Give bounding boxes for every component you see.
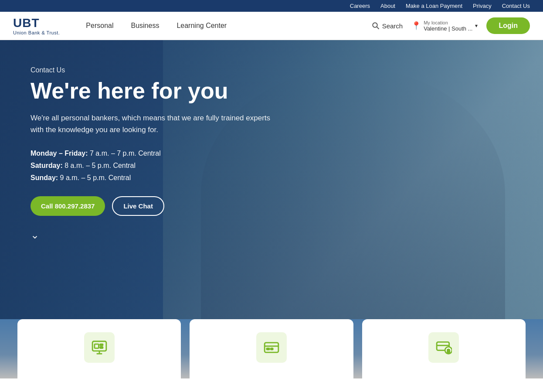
hero-hours: Monday – Friday: 7 a.m. – 7 p.m. Central… bbox=[31, 148, 275, 183]
about-link[interactable]: About bbox=[380, 3, 395, 9]
card-card-services[interactable] bbox=[190, 319, 353, 378]
svg-rect-8 bbox=[265, 343, 278, 352]
card-icon-wrap-1 bbox=[84, 332, 115, 363]
hero-subtitle: We're all personal bankers, which means … bbox=[31, 112, 275, 136]
hero-title: We're here for you bbox=[31, 78, 275, 103]
logo[interactable]: UBT Union Bank & Trust. bbox=[13, 16, 60, 35]
location-pin-icon: 📍 bbox=[411, 21, 421, 31]
svg-rect-11 bbox=[271, 348, 273, 350]
location-text: My location Valentine | South ... bbox=[424, 20, 472, 32]
monitor-icon bbox=[91, 339, 108, 356]
privacy-link[interactable]: Privacy bbox=[473, 3, 492, 9]
nav-business[interactable]: Business bbox=[131, 18, 159, 33]
contact-us-topbar-link[interactable]: Contact Us bbox=[502, 3, 530, 9]
hours-saturday: Saturday: 8 a.m. – 5 p.m. Central bbox=[31, 160, 275, 171]
location-value: Valentine | South ... bbox=[424, 25, 472, 32]
main-nav: UBT Union Bank & Trust. Personal Busines… bbox=[0, 12, 543, 40]
search-area[interactable]: Search bbox=[372, 22, 403, 30]
svg-rect-10 bbox=[267, 348, 269, 350]
card-online-banking[interactable] bbox=[17, 319, 181, 378]
card-icon-wrap-3: $ bbox=[428, 332, 459, 363]
scroll-down-chevron[interactable]: ⌄ bbox=[31, 229, 275, 241]
chevron-down-icon: ▾ bbox=[475, 23, 478, 29]
credit-card-icon bbox=[263, 339, 280, 356]
hero-buttons: Call 800.297.2837 Live Chat bbox=[31, 196, 275, 216]
hours-sunday: Sunday: 9 a.m. – 5 p.m. Central bbox=[31, 173, 275, 183]
card-icon-wrap-2 bbox=[256, 332, 287, 363]
logo-ubt: UBT bbox=[13, 16, 60, 30]
nav-right: Search 📍 My location Valentine | South .… bbox=[372, 17, 530, 34]
nav-learning-center[interactable]: Learning Center bbox=[176, 18, 227, 33]
hero-section: Contact Us We're here for you We're all … bbox=[0, 40, 543, 319]
location-area[interactable]: 📍 My location Valentine | South ... ▾ bbox=[411, 20, 478, 32]
svg-text:$: $ bbox=[447, 348, 450, 354]
nav-personal[interactable]: Personal bbox=[86, 18, 113, 33]
live-chat-button[interactable]: Live Chat bbox=[112, 196, 164, 216]
hero-breadcrumb: Contact Us bbox=[31, 66, 275, 74]
payment-icon: $ bbox=[435, 339, 452, 356]
top-bar: Careers About Make a Loan Payment Privac… bbox=[0, 0, 543, 12]
hero-content: Contact Us We're here for you We're all … bbox=[31, 66, 275, 241]
svg-rect-7 bbox=[100, 347, 102, 348]
cards-section: $ bbox=[0, 319, 543, 378]
svg-line-1 bbox=[377, 27, 379, 29]
nav-links: Personal Business Learning Center bbox=[86, 18, 371, 33]
logo-sub: Union Bank & Trust. bbox=[13, 30, 60, 35]
svg-rect-6 bbox=[100, 344, 102, 345]
my-location-label: My location bbox=[424, 20, 472, 25]
search-icon bbox=[372, 22, 380, 30]
login-button[interactable]: Login bbox=[486, 17, 530, 34]
svg-point-0 bbox=[373, 23, 377, 27]
search-label: Search bbox=[382, 22, 403, 30]
loan-payment-link[interactable]: Make a Loan Payment bbox=[406, 3, 462, 9]
svg-rect-5 bbox=[95, 344, 99, 348]
careers-link[interactable]: Careers bbox=[350, 3, 370, 9]
call-button[interactable]: Call 800.297.2837 bbox=[31, 196, 105, 216]
card-payments[interactable]: $ bbox=[362, 319, 526, 378]
hours-weekday: Monday – Friday: 7 a.m. – 7 p.m. Central bbox=[31, 148, 275, 159]
